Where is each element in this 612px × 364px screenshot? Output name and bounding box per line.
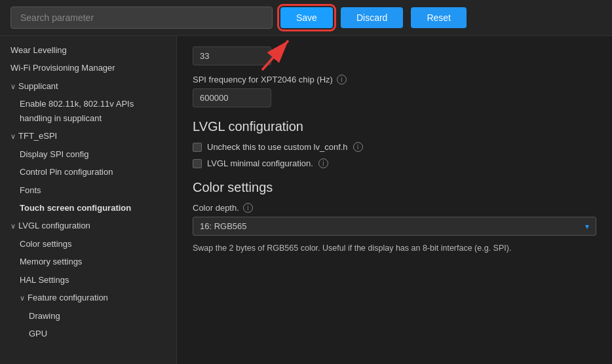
lvgl-checkbox2-label: LVGL minimal configuration.	[207, 158, 313, 168]
lvgl-section-title: LVGL configuration	[193, 119, 596, 134]
spi-value: 33	[193, 46, 271, 65]
sidebar-item-memory-settings[interactable]: Memory settings	[0, 253, 176, 270]
sidebar: Wear LevellingWi-Fi Provisioning Manager…	[0, 36, 177, 364]
spi-input-value[interactable]: 600000	[193, 88, 271, 107]
save-button[interactable]: Save	[280, 7, 333, 28]
sidebar-item-touch-screen[interactable]: Touch screen configuration	[0, 199, 176, 217]
sidebar-item-drawing[interactable]: Drawing	[0, 307, 176, 325]
color-depth-info-icon[interactable]: i	[243, 203, 253, 213]
lvgl-checkbox2-info-icon[interactable]: i	[318, 158, 328, 168]
lvgl-checkbox2[interactable]	[193, 159, 202, 168]
sidebar-item-supplicant[interactable]: ∨Supplicant	[0, 77, 176, 95]
arrow-icon: ∨	[10, 220, 16, 232]
sidebar-item-feature-config[interactable]: ∨Feature configuration	[0, 289, 176, 306]
color-depth-label: Color depth. i	[193, 203, 596, 213]
lvgl-checkbox1-info-icon[interactable]: i	[353, 142, 363, 152]
chevron-down-icon: ▾	[585, 222, 589, 231]
top-bar: Save Discard Reset	[0, 0, 612, 36]
arrow-icon: ∨	[10, 130, 16, 142]
reset-button[interactable]: Reset	[411, 7, 467, 28]
lvgl-checkbox1-row: Uncheck this to use custom lv_conf.h i	[193, 142, 596, 152]
lvgl-checkbox1[interactable]	[193, 143, 202, 152]
spi-freq-label: SPI frequency for XPT2046 chip (Hz) i	[193, 75, 596, 84]
sidebar-item-enable-802[interactable]: Enable 802.11k, 802.11v APIs handling in…	[0, 95, 176, 127]
lvgl-checkbox2-row: LVGL minimal configuration. i	[193, 158, 596, 168]
color-section-title: Color settings	[193, 180, 596, 195]
sidebar-item-control-pin[interactable]: Control Pin configuration	[0, 163, 176, 181]
color-depth-value: 16: RGB565	[200, 221, 247, 231]
sidebar-item-hal-settings[interactable]: HAL Settings	[0, 271, 176, 289]
sidebar-item-tft-espi[interactable]: ∨TFT_eSPI	[0, 127, 176, 145]
sidebar-item-label: TFT_eSPI	[18, 129, 57, 143]
color-description: Swap the 2 bytes of RGB565 color. Useful…	[193, 242, 596, 255]
spi-freq-row: SPI frequency for XPT2046 chip (Hz) i 60…	[193, 75, 596, 107]
discard-button[interactable]: Discard	[341, 7, 403, 28]
sidebar-item-lvgl-config[interactable]: ∨LVGL configuration	[0, 217, 176, 234]
sidebar-item-wear-levelling[interactable]: Wear Levelling	[0, 41, 176, 59]
arrow-icon: ∨	[10, 81, 16, 92]
sidebar-item-gpu[interactable]: GPU	[0, 325, 176, 342]
sidebar-item-label: Supplicant	[18, 79, 58, 93]
spi-freq-info-icon[interactable]: i	[337, 75, 347, 84]
sidebar-item-wifi-provisioning[interactable]: Wi-Fi Provisioning Manager	[0, 59, 176, 77]
sidebar-item-label: Feature configuration	[28, 291, 108, 304]
sidebar-item-display-spi[interactable]: Display SPI config	[0, 145, 176, 163]
sidebar-item-color-settings[interactable]: Color settings	[0, 235, 176, 253]
color-depth-select[interactable]: 16: RGB565 ▾	[193, 217, 596, 236]
sidebar-item-fonts[interactable]: Fonts	[0, 181, 176, 199]
lvgl-checkbox1-label: Uncheck this to use custom lv_conf.h	[207, 142, 348, 152]
search-input[interactable]	[10, 7, 273, 29]
main-layout: Wear LevellingWi-Fi Provisioning Manager…	[0, 36, 612, 364]
arrow-icon: ∨	[20, 292, 25, 304]
sidebar-item-label: LVGL configuration	[18, 219, 90, 232]
content-panel: 33 SPI frequency for XPT2046 chip (Hz) i…	[177, 36, 612, 364]
spi-value-row: 33	[193, 46, 596, 65]
